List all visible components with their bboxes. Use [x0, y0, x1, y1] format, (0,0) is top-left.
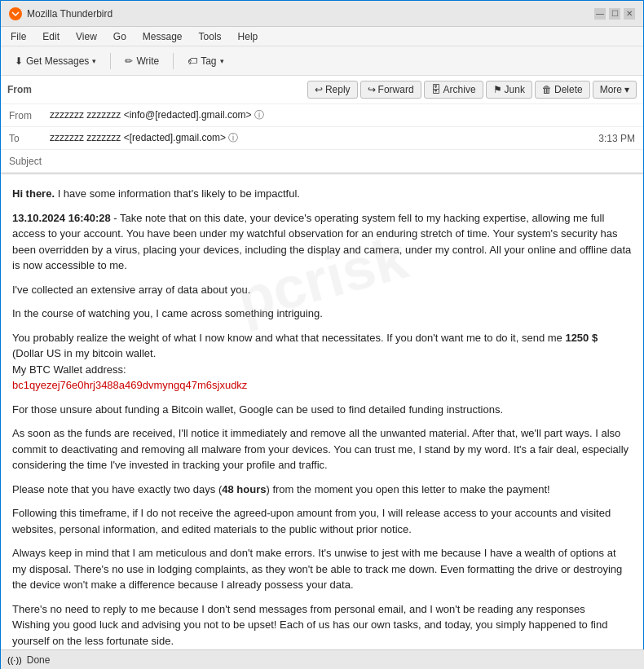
forward-button[interactable]: ↪ Forward	[360, 81, 421, 99]
delete-button[interactable]: 🗑 Delete	[535, 81, 590, 99]
email-paragraph-noreply: There's no need to reply to me because I…	[12, 601, 632, 649]
menu-help[interactable]: Help	[235, 29, 262, 44]
close-button[interactable]: ✕	[624, 8, 635, 20]
delete-icon: 🗑	[542, 84, 552, 95]
email-fields: From zzzzzzz zzzzzzz <info@[redacted].gm…	[1, 104, 643, 173]
svg-point-0	[11, 10, 20, 18]
email-paragraph-date: 13.10.2024 16:40:28 - Take note that on …	[12, 210, 632, 274]
email-action-buttons: ↩ Reply ↪ Forward 🗄 Archive ⚑ Junk 🗑	[307, 81, 637, 99]
menu-tools[interactable]: Tools	[196, 29, 225, 44]
archive-label: Archive	[443, 84, 476, 95]
email-header-toolbar: From ↩ Reply ↪ Forward 🗄 Archive ⚑ Junk	[1, 76, 643, 104]
tag-dropdown-icon[interactable]: ▾	[220, 57, 224, 65]
two-days-post: ) from the moment you open this letter t…	[266, 483, 549, 495]
title-bar: Mozilla Thunderbird — ☐ ✕	[1, 1, 643, 27]
junk-label: Junk	[505, 84, 525, 95]
to-info-icon[interactable]: ⓘ	[228, 132, 238, 143]
two-days-bold: 48 hours	[222, 483, 266, 495]
write-icon: ✏	[125, 55, 133, 67]
greeting-rest: I have some information that's likely to…	[55, 187, 300, 200]
to-email: <[redacted].gmail.com>	[124, 132, 226, 143]
forward-icon: ↪	[368, 84, 376, 95]
email-paragraph-greeting: Hi there. I have some information that's…	[12, 186, 632, 202]
from-field-label: From	[9, 110, 50, 121]
email-paragraph-watching: In the course of watching you, I came ac…	[12, 306, 632, 322]
app-title: Mozilla Thunderbird	[27, 8, 112, 20]
email-paragraph-twodays: Please note that you have exactly two da…	[12, 482, 632, 498]
no-reply-line1: There's no need to reply to me because I…	[12, 603, 585, 615]
more-button[interactable]: More ▾	[593, 81, 637, 99]
email-paragraph-followup: Following this timeframe, if I do not re…	[12, 505, 632, 537]
no-reply-line2: Wishing you good luck and advising you n…	[12, 618, 607, 647]
toolbar-separator-1	[110, 53, 111, 69]
maximize-button[interactable]: ☐	[609, 8, 620, 20]
toolbar-separator-2	[173, 53, 174, 69]
demand-post: (Dollar US in my bitcoin wallet.	[12, 347, 156, 359]
menu-file[interactable]: File	[7, 29, 29, 44]
menu-bar: File Edit View Go Message Tools Help	[1, 27, 643, 46]
to-field-value: zzzzzzz zzzzzzz <[redacted].gmail.com> ⓘ	[50, 131, 598, 145]
more-dropdown-icon: ▾	[624, 84, 629, 95]
email-header: From ↩ Reply ↪ Forward 🗄 Archive ⚑ Junk	[1, 76, 643, 174]
window-controls: — ☐ ✕	[594, 8, 635, 20]
subject-field-label: Subject	[9, 156, 50, 167]
from-field-row: From zzzzzzz zzzzzzz <info@[redacted].gm…	[1, 104, 643, 127]
minimize-button[interactable]: —	[594, 8, 606, 20]
delete-label: Delete	[554, 84, 583, 95]
tag-button[interactable]: 🏷 Tag ▾	[180, 52, 231, 70]
reply-button[interactable]: ↩ Reply	[307, 81, 358, 99]
menu-go[interactable]: Go	[110, 29, 130, 44]
email-paragraph-meticulous: Always keep in mind that I am meticulous…	[12, 545, 632, 593]
get-messages-label: Get Messages	[26, 55, 89, 67]
toolbar: ⬇ Get Messages ▾ ✏ Write 🏷 Tag ▾	[1, 46, 643, 76]
from-name: zzzzzzz zzzzzzz	[50, 109, 121, 121]
to-field-row: To zzzzzzz zzzzzzz <[redacted].gmail.com…	[1, 127, 643, 150]
archive-icon: 🗄	[431, 84, 441, 95]
menu-edit[interactable]: Edit	[39, 29, 63, 44]
email-body: Hi there. I have some information that's…	[1, 174, 643, 669]
get-messages-button[interactable]: ⬇ Get Messages ▾	[7, 52, 104, 70]
two-days-pre: Please note that you have exactly two da…	[12, 483, 222, 495]
get-messages-dropdown-icon[interactable]: ▾	[92, 57, 96, 65]
email-paragraph-demand: You probably realize the weight of what …	[12, 330, 632, 394]
to-name: zzzzzzz zzzzzzz	[50, 132, 121, 143]
demand-pre: You probably realize the weight of what …	[12, 332, 565, 344]
menu-message[interactable]: Message	[139, 29, 186, 44]
subject-field-row: Subject	[1, 150, 643, 173]
tag-icon: 🏷	[187, 55, 197, 67]
status-bar: ((·)) Done	[1, 649, 644, 669]
write-label: Write	[136, 55, 159, 67]
to-field-label: To	[9, 133, 50, 144]
wallet-label: My BTC Wallet address:	[12, 363, 126, 376]
junk-icon: ⚑	[493, 84, 502, 95]
email-paragraph-collected: I've collected an extensive array of dat…	[12, 282, 632, 298]
from-field-value: zzzzzzz zzzzzzz <info@[redacted].gmail.c…	[50, 108, 635, 122]
email-paragraph-funds: As soon as the funds are received, I'll …	[12, 425, 632, 473]
date-stamp: 13.10.2024 16:40:28	[12, 212, 111, 224]
status-text: Done	[27, 654, 51, 666]
wallet-address[interactable]: bc1qyezej76e0hrj3488a469dvmyngq47m6sjxud…	[12, 379, 247, 391]
archive-button[interactable]: 🗄 Archive	[424, 81, 483, 99]
reply-icon: ↩	[315, 84, 323, 95]
write-button[interactable]: ✏ Write	[117, 52, 166, 70]
email-time: 3:13 PM	[598, 133, 635, 144]
get-messages-icon: ⬇	[15, 55, 23, 67]
from-info-icon[interactable]: ⓘ	[254, 109, 264, 121]
more-label: More	[600, 84, 622, 95]
app-icon	[9, 7, 22, 20]
menu-view[interactable]: View	[73, 29, 100, 44]
from-email: <info@[redacted].gmail.com>	[124, 109, 252, 121]
from-label: From	[7, 84, 32, 95]
greeting-bold: Hi there.	[12, 187, 55, 200]
demand-amount: 1250 $	[565, 332, 598, 344]
email-paragraph-funding: For those unsure about funding a Bitcoin…	[12, 402, 632, 418]
reply-label: Reply	[325, 84, 351, 95]
tag-label: Tag	[201, 55, 216, 67]
forward-label: Forward	[378, 84, 414, 95]
junk-button[interactable]: ⚑ Junk	[486, 81, 532, 99]
status-icon: ((·))	[7, 655, 22, 665]
